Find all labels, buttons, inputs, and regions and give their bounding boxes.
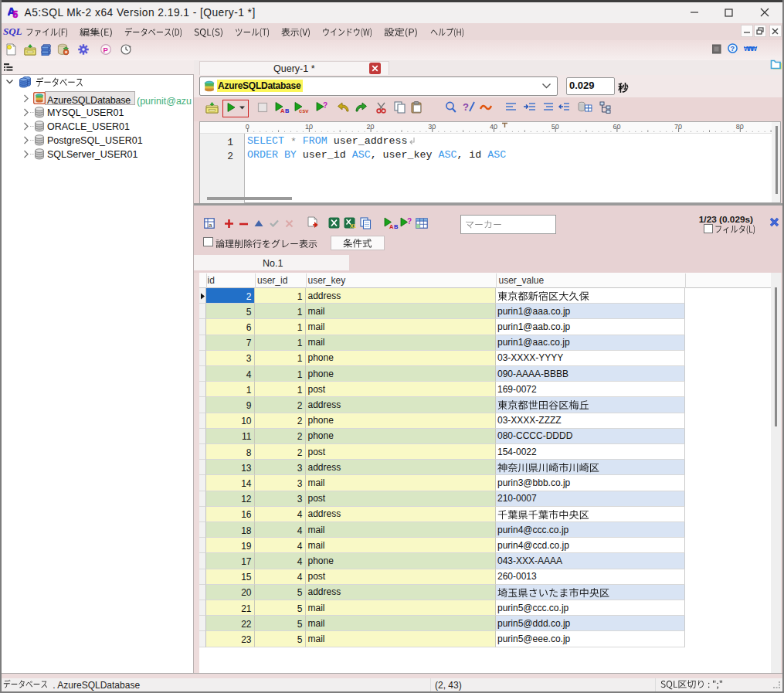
svg-text:csv: csv — [299, 107, 309, 114]
svg-text:XL: XL — [350, 223, 356, 229]
svg-text:P: P — [104, 46, 109, 54]
svg-text:5: 5 — [13, 9, 19, 19]
svg-text:WWW: WWW — [744, 45, 758, 53]
svg-text:?: ? — [730, 45, 735, 53]
svg-text:a: a — [209, 222, 212, 229]
svg-text:?: ? — [323, 101, 328, 110]
svg-text:?: ? — [463, 101, 469, 113]
svg-text:B: B — [394, 223, 399, 229]
svg-text:B: B — [285, 107, 290, 114]
svg-text:?: ? — [407, 217, 412, 226]
